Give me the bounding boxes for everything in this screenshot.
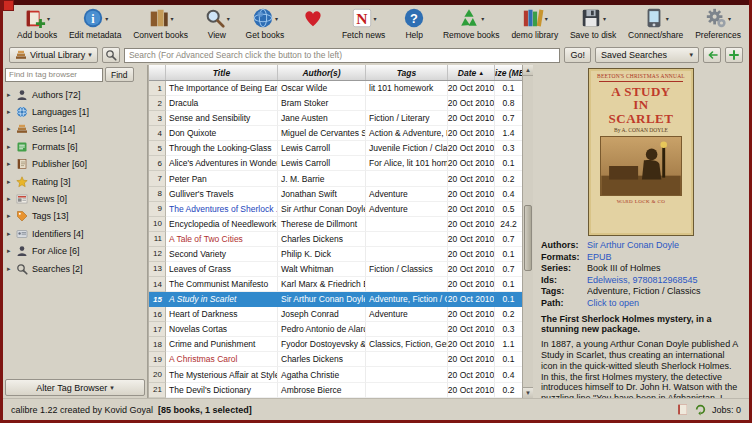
book-cover[interactable]: BEETON'S CHRISTMAS ANNUAL A STUDY IN SCA… [588, 68, 694, 236]
field-value[interactable]: Click to open [587, 298, 639, 310]
column-header-title[interactable]: Title [166, 65, 278, 80]
expand-arrow-icon[interactable]: ▸ [7, 265, 16, 273]
table-row[interactable]: 9The Adventures of Sherlock ...Sir Arthu… [149, 202, 533, 217]
expand-arrow-icon[interactable]: ▸ [7, 212, 16, 220]
alter-tag-browser-button[interactable]: Alter Tag Browser ▾ [5, 379, 145, 396]
toolbar-save-to-disk-button[interactable]: ▾Save to disk [570, 7, 616, 40]
scrollbar-thumb[interactable] [524, 205, 532, 272]
table-row[interactable]: 20The Mysterious Affair at StylesAgatha … [149, 367, 533, 382]
table-row[interactable]: 15A Study in ScarletSir Arthur Conan Doy… [149, 292, 533, 307]
toolbar-view-button[interactable]: ▾View [200, 7, 234, 40]
toolbar-edit-metadata-button[interactable]: i▾Edit metadata [69, 7, 121, 40]
toolbar-get-books-button[interactable]: ▾Get books [246, 7, 285, 40]
table-row[interactable]: 17Novelas CortasPedro Antonio de Alarcón… [149, 322, 533, 337]
column-header-author-s-[interactable]: Author(s) [278, 65, 366, 80]
cell-title: Sense and Sensibility [166, 111, 278, 126]
toolbar-remove-books-button[interactable]: ▾Remove books [443, 7, 500, 40]
window-titlebar[interactable] [3, 0, 749, 5]
jobs-spinner-icon[interactable] [694, 403, 707, 416]
search-go-button[interactable]: Go! [564, 47, 591, 63]
sidebar-item-formats[interactable]: ▸Formats [6] [3, 138, 147, 155]
book-details-toggle-icon[interactable] [676, 403, 689, 416]
sidebar-item-for-alice[interactable]: ▸For Alice [6] [3, 243, 147, 260]
cell-authors: Sir Arthur Conan Doyle [278, 202, 366, 217]
table-scrollbar[interactable]: ▲ ▼ [522, 65, 533, 398]
sidebar-item-publisher[interactable]: ▸Publisher [60] [3, 156, 147, 173]
sidebar-item-searches[interactable]: ▸Searches [2] [3, 260, 147, 277]
toolbar-fetch-news-button[interactable]: N▾Fetch news [342, 7, 385, 40]
field-value[interactable]: EPUB [587, 252, 612, 264]
jobs-count[interactable]: Jobs: 0 [712, 405, 741, 415]
expand-arrow-icon[interactable]: ▸ [7, 230, 16, 238]
table-row[interactable]: 5Through the Looking-GlassLewis CarrollJ… [149, 141, 533, 156]
table-row[interactable]: 11A Tale of Two CitiesCharles Dickens20 … [149, 232, 533, 247]
search-input[interactable] [124, 48, 561, 63]
table-row[interactable]: 10Encyclopedia of NeedleworkTherese de D… [149, 217, 533, 232]
expand-arrow-icon[interactable]: ▸ [7, 195, 16, 203]
sidebar-item-news[interactable]: ▸News [0] [3, 190, 147, 207]
sidebar-item-authors[interactable]: ▸Authors [72] [3, 86, 147, 103]
toolbar-connect-share-button[interactable]: ▾Connect/share [628, 7, 683, 40]
window-icon[interactable] [3, 0, 14, 11]
table-row[interactable]: 16Heart of DarknessJoseph ConradAdventur… [149, 307, 533, 322]
sidebar-item-tags[interactable]: ▸Tags [13] [3, 208, 147, 225]
sidebar-item-rating[interactable]: ▸Rating [3] [3, 173, 147, 190]
column-header-tags[interactable]: Tags [366, 65, 448, 80]
expand-arrow-icon[interactable]: ▸ [7, 125, 16, 133]
person-icon [16, 89, 28, 101]
sidebar-item-series[interactable]: ▸Series [14] [3, 121, 147, 138]
tag-browser-find-button[interactable]: Find [105, 67, 134, 82]
table-row[interactable]: 4Don QuixoteMiguel de Cervantes Saa...Ac… [149, 126, 533, 141]
library-icon [522, 7, 544, 29]
sidebar-item-identifiers[interactable]: ▸Identifiers [4] [3, 225, 147, 242]
table-row[interactable]: 1The Importance of Being Ear...Oscar Wil… [149, 81, 533, 96]
table-row[interactable]: 7Peter PanJ. M. Barrie20 Oct 20100.2 [149, 171, 533, 186]
cell-tags [366, 171, 448, 186]
main-toolbar: ▾Add booksi▾Edit metadata▾Convert books▾… [3, 5, 749, 45]
column-header-size-mb-[interactable]: Size (MB) [495, 65, 523, 80]
toolbar-donate-button[interactable] [296, 7, 330, 29]
table-row[interactable]: 3Sense and SensibilityJane AustenFiction… [149, 111, 533, 126]
scroll-up-icon[interactable]: ▲ [523, 65, 533, 76]
search-options-button[interactable] [102, 47, 120, 63]
scroll-down-icon[interactable]: ▼ [523, 387, 533, 398]
column-header-date[interactable]: Date▲ [448, 65, 495, 80]
expand-arrow-icon[interactable]: ▸ [7, 143, 16, 151]
expand-arrow-icon[interactable]: ▸ [7, 108, 16, 116]
toolbar-add-books-button[interactable]: ▾Add books [17, 7, 57, 40]
table-row[interactable]: 2DraculaBram Stoker20 Oct 20100.8 [149, 96, 533, 111]
table-row[interactable]: 6Alice's Adventures in Wonder...Lewis Ca… [149, 156, 533, 171]
copy-search-button[interactable] [703, 47, 721, 63]
add-saved-search-button[interactable] [725, 47, 743, 63]
table-row[interactable]: 12Second VarietyPhilip K. Dick20 Oct 201… [149, 247, 533, 262]
table-row[interactable]: 21The Devil's DictionaryAmbrose Bierce20… [149, 383, 533, 398]
donate-icon [302, 7, 324, 29]
toolbar-button-label: Edit metadata [69, 30, 121, 40]
table-row[interactable]: 14The Communist ManifestoKarl Marx & Fri… [149, 277, 533, 292]
expand-arrow-icon[interactable]: ▸ [7, 247, 16, 255]
saved-searches-dropdown[interactable]: Saved Searches ▾ [595, 47, 699, 63]
toolbar-help-button[interactable]: ?Help [397, 7, 431, 40]
toolbar-library-button[interactable]: ▾demo library [511, 7, 558, 40]
sidebar-item-languages[interactable]: ▸Languages [1] [3, 103, 147, 120]
toolbar-convert-books-button[interactable]: ▾Convert books [133, 7, 188, 40]
expand-arrow-icon[interactable]: ▸ [7, 91, 16, 99]
field-value[interactable]: Edelweiss, 9780812968545 [587, 275, 698, 287]
table-row[interactable]: 19A Christmas CarolCharles Dickens20 Oct… [149, 352, 533, 367]
expand-arrow-icon[interactable]: ▸ [7, 178, 16, 186]
table-row[interactable]: 18Crime and PunishmentFyodor Dostoyevsky… [149, 337, 533, 352]
virtual-library-button[interactable]: Virtual Library ▾ [9, 47, 98, 63]
table-row[interactable]: 8Gulliver's TravelsJonathan SwiftAdventu… [149, 187, 533, 202]
cover-publisher-text: WARD LOCK & CO [617, 199, 666, 204]
cell-tags [366, 96, 448, 111]
details-field: Tags:Adventure, Fiction / Classics [541, 286, 741, 298]
remove-books-icon [458, 7, 480, 29]
tag-browser-find-input[interactable] [5, 68, 103, 82]
cell-title: Heart of Darkness [166, 307, 278, 322]
version-text: calibre 1.22 created by Kovid Goyal [11, 405, 153, 415]
table-row[interactable]: 13Leaves of GrassWalt WhitmanFiction / C… [149, 262, 533, 277]
field-value[interactable]: Sir Arthur Conan Doyle [587, 240, 679, 252]
toolbar-preferences-button[interactable]: ▾Preferences [695, 7, 741, 40]
chevron-down-icon: ▾ [666, 15, 669, 22]
expand-arrow-icon[interactable]: ▸ [7, 160, 16, 168]
